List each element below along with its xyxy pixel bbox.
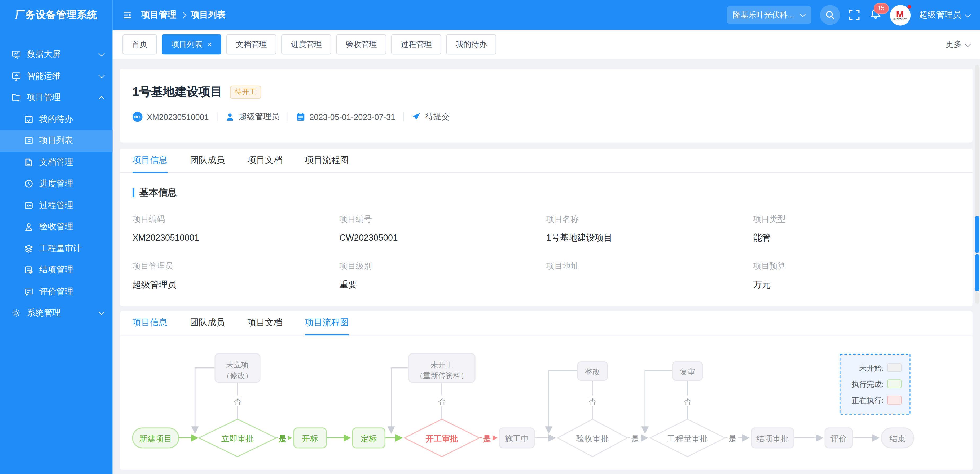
legend-swatch-completed (888, 380, 901, 388)
sidebar: 厂务设备管理系统 数据大屏 智能运维 项目管理 我的待办 (0, 0, 112, 474)
fullscreen-icon[interactable] (848, 9, 860, 21)
main-content: 1号基地建设项目 待开工 NO. XM20230510001 超级管理员 202… (112, 59, 980, 474)
sidebar-item-data-screen[interactable]: 数据大屏 (0, 44, 112, 65)
calendar-icon (296, 113, 305, 121)
tab-team-members[interactable]: 团队成员 (190, 149, 225, 173)
svg-text:是: 是 (482, 434, 491, 443)
tab-project-docs[interactable]: 项目文档 (248, 311, 283, 335)
layers-icon (24, 244, 34, 254)
svg-text:结束: 结束 (889, 434, 905, 443)
project-code: NO. XM20230510001 (132, 112, 209, 122)
svg-text:整改: 整改 (585, 368, 600, 376)
info-field-grid: 项目编码XM20230510001 项目编号CW202305001 项目名称1号… (132, 214, 960, 306)
notification-count-badge: 15 (873, 3, 889, 14)
dashboard-screen-icon (11, 49, 21, 60)
sidebar-item-system-mgmt[interactable]: 系统管理 (0, 302, 112, 324)
svg-text:验收审批: 验收审批 (576, 434, 609, 443)
project-header-card: 1号基地建设项目 待开工 NO. XM20230510001 超级管理员 202… (120, 69, 972, 142)
tab-project-info[interactable]: 项目信息 (132, 149, 167, 173)
project-meta-row: NO. XM20230510001 超级管理员 2023-05-01-2023-… (132, 111, 960, 122)
tab-process-mgmt[interactable]: 过程管理 (391, 35, 441, 54)
org-select[interactable]: 隆基乐叶光伏科... (727, 6, 811, 24)
svg-text:定标: 定标 (361, 434, 377, 443)
section-accent-bar (132, 188, 134, 197)
tab-home[interactable]: 首页 (123, 35, 157, 54)
monitor-icon (11, 71, 21, 81)
sidebar-item-acceptance-mgmt[interactable]: 验收管理 (0, 216, 112, 238)
sidebar-item-quantity-audit[interactable]: 工程量审计 (0, 238, 112, 259)
sidebar-item-smart-ops[interactable]: 智能运维 (0, 65, 112, 87)
tab-project-list[interactable]: 项目列表 × (162, 35, 221, 54)
chevron-down-icon (965, 11, 971, 17)
sidebar-item-project-list[interactable]: 项目列表 (0, 130, 112, 151)
acceptance-user-icon (24, 222, 34, 232)
chevron-down-icon (99, 309, 105, 315)
svg-text:施工中: 施工中 (505, 434, 529, 443)
detail-tabs: 项目信息 团队成员 项目文档 项目流程图 (120, 311, 972, 335)
field-project-code: 项目编码XM20230510001 (132, 214, 339, 244)
close-icon[interactable]: × (208, 41, 212, 48)
project-status-badge: 待开工 (230, 85, 261, 98)
sidebar-item-process-mgmt[interactable]: 过程管理 (0, 195, 112, 216)
chevron-down-icon (99, 51, 105, 57)
sidebar-item-project-mgmt[interactable]: 项目管理 (0, 87, 112, 108)
tab-project-flowchart[interactable]: 项目流程图 (305, 311, 349, 335)
search-button[interactable] (819, 5, 840, 25)
svg-text:开标: 开标 (302, 434, 318, 443)
comment-icon (24, 287, 34, 297)
user-menu[interactable]: 超级管理员 (919, 9, 970, 21)
tab-acceptance-mgmt[interactable]: 验收管理 (336, 35, 387, 54)
svg-text:工程量审批: 工程量审批 (667, 434, 708, 443)
tab-my-todo[interactable]: 我的待办 (446, 35, 496, 54)
project-date-range: 2023-05-01-2023-07-31 (296, 112, 395, 121)
tab-team-members[interactable]: 团队成员 (190, 311, 225, 335)
chevron-up-icon (99, 96, 105, 102)
sidebar-menu: 数据大屏 智能运维 项目管理 我的待办 项目列表 (0, 44, 112, 324)
sidebar-item-evaluation-mgmt[interactable]: 评价管理 (0, 281, 112, 302)
project-info-card: 项目信息 团队成员 项目文档 项目流程图 基本信息 项目编码XM20230510… (120, 149, 972, 306)
tab-project-info[interactable]: 项目信息 (132, 311, 167, 335)
sidebar-item-progress-mgmt[interactable]: 进度管理 (0, 173, 112, 195)
breadcrumb-item[interactable]: 项目管理 (141, 9, 176, 21)
breadcrumb: 项目管理 项目列表 (141, 9, 226, 21)
collapse-menu-icon[interactable] (123, 10, 132, 20)
svg-text:未开始:: 未开始: (859, 364, 884, 372)
sidebar-item-my-todo[interactable]: 我的待办 (0, 108, 112, 130)
legend-swatch-not-started (888, 363, 901, 372)
open-tabs-bar: 首页 项目列表 × 文档管理 进度管理 验收管理 过程管理 我的待办 更多 (112, 30, 980, 59)
project-flowchart: 新建项目 立即审批 未立项（修改） 否 是 开标 定标 开工审批 未开工（重新传… (120, 335, 972, 468)
svg-text:评价: 评价 (830, 434, 847, 443)
flow-loop-not-approved (195, 368, 215, 433)
scrollbar-thumb[interactable] (975, 216, 980, 253)
field-project-address: 项目地址 (546, 260, 753, 290)
project-folder-icon (11, 93, 21, 103)
notifications-button[interactable]: 15 (870, 8, 881, 22)
breadcrumb-item: 项目列表 (191, 9, 226, 21)
chevron-down-icon (799, 11, 806, 17)
section-title: 基本信息 (140, 187, 177, 199)
tab-progress-mgmt[interactable]: 进度管理 (281, 35, 331, 54)
field-project-type: 项目类型能管 (753, 214, 960, 244)
svg-text:是: 是 (631, 434, 639, 443)
project-title: 1号基地建设项目 (132, 84, 223, 100)
app-window: 厂务设备管理系统 数据大屏 智能运维 项目管理 我的待办 (0, 0, 980, 474)
chevron-right-icon (180, 12, 186, 18)
svg-text:执行完成:: 执行完成: (851, 380, 884, 388)
svg-text:是: 是 (278, 434, 286, 443)
scrollbar-thumb[interactable] (975, 254, 980, 291)
avatar[interactable]: M SUPERNET (889, 5, 910, 25)
svg-text:是: 是 (729, 434, 737, 443)
tab-project-flowchart[interactable]: 项目流程图 (305, 149, 349, 173)
project-manager: 超级管理员 (226, 111, 279, 122)
sidebar-item-doc-mgmt[interactable]: 文档管理 (0, 152, 112, 173)
svg-text:复审: 复审 (680, 368, 695, 376)
user-icon (226, 113, 234, 121)
svg-text:否: 否 (234, 397, 241, 405)
tab-project-docs[interactable]: 项目文档 (248, 149, 283, 173)
svg-text:结项审批: 结项审批 (756, 434, 789, 443)
chevron-down-icon (99, 72, 105, 78)
sidebar-item-closing-mgmt[interactable]: 结项管理 (0, 259, 112, 281)
flow-loop-not-started (391, 368, 409, 433)
more-tabs-button[interactable]: 更多 (945, 39, 970, 50)
tab-doc-mgmt[interactable]: 文档管理 (226, 35, 277, 54)
